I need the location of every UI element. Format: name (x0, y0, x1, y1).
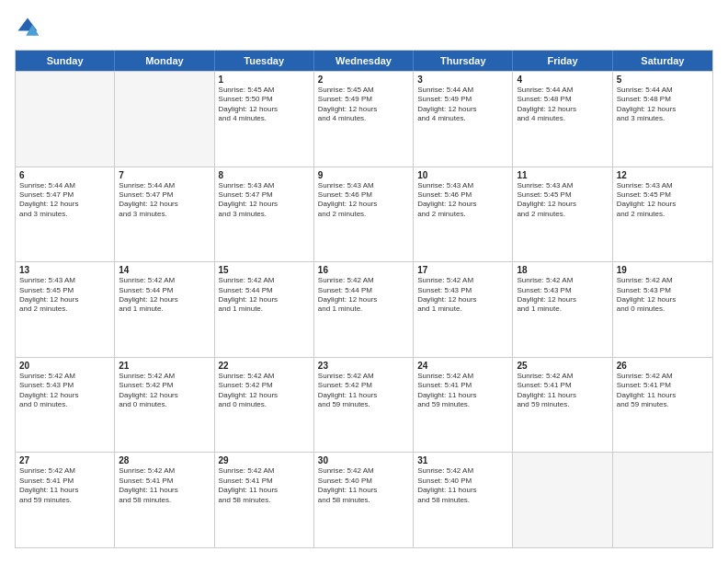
day-number: 31 (417, 455, 508, 465)
day-info: Sunrise: 5:42 AM Sunset: 5:43 PM Dayligh… (617, 276, 709, 315)
calendar-cell: 6Sunrise: 5:44 AM Sunset: 5:47 PM Daylig… (16, 167, 115, 262)
logo-icon (15, 15, 40, 40)
calendar-cell: 15Sunrise: 5:42 AM Sunset: 5:44 PM Dayli… (215, 262, 314, 357)
day-number: 6 (19, 170, 110, 180)
day-info: Sunrise: 5:42 AM Sunset: 5:42 PM Dayligh… (318, 372, 409, 410)
calendar: SundayMondayTuesdayWednesdayThursdayFrid… (15, 50, 713, 548)
calendar-body: 1Sunrise: 5:45 AM Sunset: 5:50 PM Daylig… (16, 71, 712, 547)
weekday-header-friday: Friday (513, 51, 612, 71)
day-info: Sunrise: 5:43 AM Sunset: 5:46 PM Dayligh… (318, 181, 409, 220)
calendar-cell: 22Sunrise: 5:42 AM Sunset: 5:42 PM Dayli… (215, 358, 314, 453)
calendar-cell: 24Sunrise: 5:42 AM Sunset: 5:41 PM Dayli… (414, 358, 513, 453)
logo (15, 15, 42, 40)
weekday-header-tuesday: Tuesday (215, 51, 314, 71)
day-info: Sunrise: 5:45 AM Sunset: 5:50 PM Dayligh… (219, 86, 310, 124)
day-info: Sunrise: 5:44 AM Sunset: 5:48 PM Dayligh… (617, 86, 709, 124)
calendar-cell: 19Sunrise: 5:42 AM Sunset: 5:43 PM Dayli… (613, 262, 712, 357)
weekday-header-saturday: Saturday (613, 51, 712, 71)
day-info: Sunrise: 5:43 AM Sunset: 5:45 PM Dayligh… (617, 181, 709, 220)
day-info: Sunrise: 5:42 AM Sunset: 5:43 PM Dayligh… (19, 372, 110, 410)
day-number: 27 (19, 455, 110, 465)
calendar-cell: 30Sunrise: 5:42 AM Sunset: 5:40 PM Dayli… (314, 453, 414, 547)
calendar-cell: 12Sunrise: 5:43 AM Sunset: 5:45 PM Dayli… (613, 167, 712, 262)
calendar-cell: 3Sunrise: 5:44 AM Sunset: 5:49 PM Daylig… (414, 72, 513, 167)
calendar-cell: 11Sunrise: 5:43 AM Sunset: 5:45 PM Dayli… (513, 167, 612, 262)
day-number: 10 (417, 170, 508, 180)
day-info: Sunrise: 5:42 AM Sunset: 5:44 PM Dayligh… (119, 276, 210, 315)
day-number: 13 (19, 265, 110, 275)
calendar-cell: 4Sunrise: 5:44 AM Sunset: 5:48 PM Daylig… (513, 72, 612, 167)
day-number: 26 (617, 361, 709, 371)
day-number: 2 (318, 75, 409, 85)
day-info: Sunrise: 5:42 AM Sunset: 5:42 PM Dayligh… (219, 372, 310, 410)
calendar-cell: 21Sunrise: 5:42 AM Sunset: 5:42 PM Dayli… (115, 358, 214, 453)
day-number: 18 (517, 265, 608, 275)
day-info: Sunrise: 5:42 AM Sunset: 5:42 PM Dayligh… (119, 372, 210, 410)
day-info: Sunrise: 5:42 AM Sunset: 5:40 PM Dayligh… (318, 466, 409, 505)
day-number: 7 (119, 170, 210, 180)
day-info: Sunrise: 5:42 AM Sunset: 5:44 PM Dayligh… (318, 276, 409, 315)
day-info: Sunrise: 5:44 AM Sunset: 5:47 PM Dayligh… (19, 181, 110, 220)
calendar-header-row: SundayMondayTuesdayWednesdayThursdayFrid… (16, 51, 712, 71)
day-number: 24 (417, 361, 508, 371)
calendar-cell: 20Sunrise: 5:42 AM Sunset: 5:43 PM Dayli… (16, 358, 115, 453)
calendar-cell: 9Sunrise: 5:43 AM Sunset: 5:46 PM Daylig… (314, 167, 414, 262)
calendar-cell: 17Sunrise: 5:42 AM Sunset: 5:43 PM Dayli… (414, 262, 513, 357)
day-info: Sunrise: 5:42 AM Sunset: 5:43 PM Dayligh… (517, 276, 608, 315)
day-info: Sunrise: 5:43 AM Sunset: 5:47 PM Dayligh… (219, 181, 310, 220)
calendar-week-5: 27Sunrise: 5:42 AM Sunset: 5:41 PM Dayli… (16, 452, 712, 547)
calendar-cell: 23Sunrise: 5:42 AM Sunset: 5:42 PM Dayli… (314, 358, 414, 453)
day-number: 8 (219, 170, 310, 180)
day-info: Sunrise: 5:43 AM Sunset: 5:45 PM Dayligh… (19, 276, 110, 315)
day-number: 20 (19, 361, 110, 371)
day-number: 14 (119, 265, 210, 275)
calendar-cell: 27Sunrise: 5:42 AM Sunset: 5:41 PM Dayli… (16, 453, 115, 547)
day-number: 16 (318, 265, 409, 275)
calendar-cell: 2Sunrise: 5:45 AM Sunset: 5:49 PM Daylig… (314, 72, 414, 167)
day-number: 25 (517, 361, 608, 371)
day-info: Sunrise: 5:43 AM Sunset: 5:45 PM Dayligh… (517, 181, 608, 220)
day-number: 17 (417, 265, 508, 275)
calendar-cell: 13Sunrise: 5:43 AM Sunset: 5:45 PM Dayli… (16, 262, 115, 357)
day-number: 15 (219, 265, 310, 275)
calendar-cell: 10Sunrise: 5:43 AM Sunset: 5:46 PM Dayli… (414, 167, 513, 262)
calendar-cell: 29Sunrise: 5:42 AM Sunset: 5:41 PM Dayli… (215, 453, 314, 547)
calendar-cell (513, 453, 612, 547)
weekday-header-wednesday: Wednesday (314, 51, 414, 71)
calendar-cell: 25Sunrise: 5:42 AM Sunset: 5:41 PM Dayli… (513, 358, 612, 453)
day-info: Sunrise: 5:42 AM Sunset: 5:41 PM Dayligh… (617, 372, 709, 410)
day-info: Sunrise: 5:42 AM Sunset: 5:40 PM Dayligh… (417, 466, 508, 505)
day-info: Sunrise: 5:42 AM Sunset: 5:43 PM Dayligh… (417, 276, 508, 315)
calendar-cell: 31Sunrise: 5:42 AM Sunset: 5:40 PM Dayli… (414, 453, 513, 547)
day-number: 21 (119, 361, 210, 371)
day-number: 30 (318, 455, 409, 465)
calendar-cell: 16Sunrise: 5:42 AM Sunset: 5:44 PM Dayli… (314, 262, 414, 357)
calendar-cell (613, 453, 712, 547)
day-info: Sunrise: 5:42 AM Sunset: 5:44 PM Dayligh… (219, 276, 310, 315)
weekday-header-monday: Monday (115, 51, 214, 71)
weekday-header-thursday: Thursday (414, 51, 513, 71)
calendar-cell (115, 72, 214, 167)
calendar-cell: 1Sunrise: 5:45 AM Sunset: 5:50 PM Daylig… (215, 72, 314, 167)
calendar-cell: 28Sunrise: 5:42 AM Sunset: 5:41 PM Dayli… (115, 453, 214, 547)
calendar-week-1: 1Sunrise: 5:45 AM Sunset: 5:50 PM Daylig… (16, 71, 712, 167)
day-number: 4 (517, 75, 608, 85)
day-info: Sunrise: 5:45 AM Sunset: 5:49 PM Dayligh… (318, 86, 409, 124)
day-number: 1 (219, 75, 310, 85)
day-info: Sunrise: 5:42 AM Sunset: 5:41 PM Dayligh… (219, 466, 310, 505)
day-number: 29 (219, 455, 310, 465)
weekday-header-sunday: Sunday (16, 51, 115, 71)
page: SundayMondayTuesdayWednesdayThursdayFrid… (0, 0, 728, 563)
day-number: 19 (617, 265, 709, 275)
day-number: 23 (318, 361, 409, 371)
calendar-week-2: 6Sunrise: 5:44 AM Sunset: 5:47 PM Daylig… (16, 167, 712, 262)
day-info: Sunrise: 5:44 AM Sunset: 5:49 PM Dayligh… (417, 86, 508, 124)
day-number: 3 (417, 75, 508, 85)
day-info: Sunrise: 5:43 AM Sunset: 5:46 PM Dayligh… (417, 181, 508, 220)
day-info: Sunrise: 5:44 AM Sunset: 5:47 PM Dayligh… (119, 181, 210, 220)
calendar-cell: 26Sunrise: 5:42 AM Sunset: 5:41 PM Dayli… (613, 358, 712, 453)
header (15, 15, 713, 40)
day-number: 22 (219, 361, 310, 371)
day-info: Sunrise: 5:42 AM Sunset: 5:41 PM Dayligh… (417, 372, 508, 410)
calendar-week-3: 13Sunrise: 5:43 AM Sunset: 5:45 PM Dayli… (16, 261, 712, 357)
